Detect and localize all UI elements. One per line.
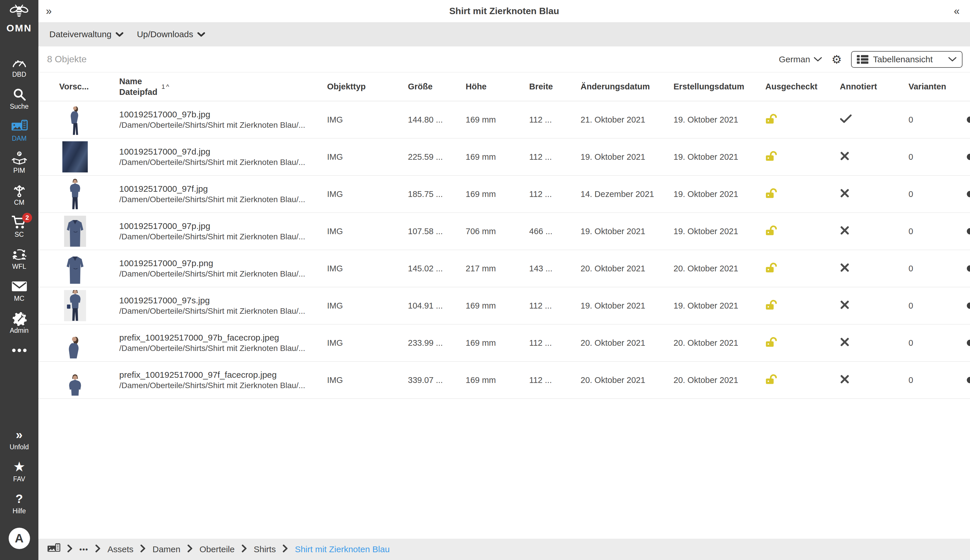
sidebar-item-suche[interactable]: Suche	[0, 83, 38, 115]
language-value: German	[779, 55, 810, 64]
asset-thumbnail[interactable]	[62, 141, 88, 172]
file-name: 100192517000_97p.png	[119, 258, 327, 269]
table-row[interactable]: prefix_100192517000_97f_facecrop.jpeg /D…	[38, 362, 970, 399]
asset-thumbnail[interactable]	[64, 216, 86, 247]
table-row[interactable]: 100192517000_97d.jpg /Damen/Oberteile/Sh…	[38, 138, 970, 176]
column-header-ausgecheckt[interactable]: Ausgecheckt	[765, 82, 840, 92]
sidebar-item-label: PIM	[13, 167, 25, 175]
breadcrumb-ellipsis[interactable]: •••	[79, 545, 89, 553]
asset-thumbnail[interactable]	[65, 178, 85, 210]
file-path: /Damen/Oberteile/Shirts/Shirt mit Zierkn…	[119, 232, 327, 242]
groesse-cell: 339.07 ...	[408, 375, 466, 385]
asset-name-cell[interactable]: 100192517000_97s.jpg /Damen/Oberteile/Sh…	[119, 295, 327, 316]
objekttyp-cell: IMG	[327, 227, 408, 236]
cross-icon	[840, 263, 850, 273]
asset-name-cell[interactable]: 100192517000_97d.jpg /Damen/Oberteile/Sh…	[119, 146, 327, 168]
unlock-icon[interactable]	[765, 150, 778, 162]
column-header-aenderungsdatum[interactable]: Änderungsdatum	[580, 82, 674, 92]
cross-icon	[840, 188, 850, 198]
sidebar-item-label: Hilfe	[12, 507, 26, 515]
view-mode-select[interactable]: Tabellenansicht	[851, 51, 962, 68]
column-header-objekttyp[interactable]: Objekttyp	[327, 82, 408, 92]
sidebar-item-mc[interactable]: MC	[0, 275, 38, 307]
cross-icon	[840, 225, 850, 235]
column-header-breite[interactable]: Breite	[529, 82, 580, 92]
unfold-icon: »	[16, 428, 22, 442]
settings-gear-icon[interactable]: ⚙	[831, 53, 842, 65]
table-row[interactable]: prefix_100192517000_97b_facecrop.jpeg /D…	[38, 324, 970, 362]
annotiert-cell	[840, 300, 908, 312]
breadcrumb-item[interactable]: Oberteile	[199, 545, 235, 554]
breadcrumb-item[interactable]: Assets	[107, 545, 133, 554]
breadcrumb-item[interactable]: Shirts	[254, 545, 276, 554]
asset-name-cell[interactable]: 100192517000_97p.jpg /Damen/Oberteile/Sh…	[119, 220, 327, 242]
unlock-icon[interactable]	[765, 262, 778, 273]
expand-panel-icon[interactable]: »	[46, 5, 52, 17]
asset-thumbnail[interactable]	[65, 365, 85, 396]
sidebar-item-fav[interactable]: ★ FAV	[0, 456, 38, 488]
asset-thumbnail[interactable]	[64, 253, 86, 284]
aenderungsdatum-cell: 20. Oktober 2021	[580, 264, 674, 273]
breadcrumb-item[interactable]: Damen	[152, 545, 181, 554]
column-header-preview[interactable]: Vorsc...	[47, 82, 119, 92]
asset-name-cell[interactable]: 100192517000_97b.jpg /Damen/Oberteile/Sh…	[119, 109, 327, 130]
asset-thumbnail[interactable]	[64, 290, 86, 321]
menu-item-label: Up/Downloads	[137, 29, 193, 39]
table-row[interactable]: 100192517000_97s.jpg /Damen/Oberteile/Sh…	[38, 287, 970, 324]
file-name: 100192517000_97s.jpg	[119, 295, 327, 306]
sidebar-item-cm[interactable]: CM	[0, 179, 38, 211]
collapse-panel-icon[interactable]: «	[954, 5, 960, 17]
table-row[interactable]: 100192517000_97f.jpg /Damen/Oberteile/Sh…	[38, 176, 970, 213]
file-name: 100192517000_97p.jpg	[119, 220, 327, 232]
column-header-varianten[interactable]: Varianten	[908, 82, 970, 92]
sidebar-item-hilfe[interactable]: ? Hilfe	[0, 488, 38, 520]
column-header-name[interactable]: Name Dateipfad 1^	[119, 76, 327, 97]
asset-name-cell[interactable]: 100192517000_97f.jpg /Damen/Oberteile/Sh…	[119, 183, 327, 205]
mc-icon	[11, 280, 27, 293]
sidebar-item-admin[interactable]: Admin	[0, 307, 38, 339]
language-select[interactable]: German	[779, 55, 822, 64]
sidebar-item-dbd[interactable]: DBD	[0, 51, 38, 83]
column-header-annotiert[interactable]: Annotiert	[840, 82, 908, 92]
table-row[interactable]: 100192517000_97p.png /Damen/Oberteile/Sh…	[38, 250, 970, 287]
sidebar-item-sc[interactable]: SC 2	[0, 211, 38, 243]
app-logo[interactable]: OMN	[6, 4, 32, 34]
erstellungsdatum-cell: 19. Oktober 2021	[674, 190, 765, 199]
asset-thumbnail[interactable]	[65, 327, 85, 358]
groesse-cell: 185.75 ...	[408, 190, 466, 199]
unlock-icon[interactable]	[765, 113, 778, 124]
asset-name-cell[interactable]: prefix_100192517000_97b_facecrop.jpeg /D…	[119, 332, 327, 353]
menu-item-0[interactable]: Dateiverwaltung	[49, 29, 124, 39]
sidebar-item-unfold[interactable]: » Unfold	[0, 423, 38, 456]
breite-cell: 112 ...	[529, 115, 580, 125]
sidebar-item-more[interactable]	[0, 339, 38, 362]
sidebar-item-pim[interactable]: P PIM	[0, 147, 38, 179]
unlock-icon[interactable]	[765, 337, 778, 347]
breadcrumb-chevron-icon	[140, 545, 146, 555]
unlock-icon[interactable]	[765, 374, 778, 385]
dam-folder-icon[interactable]	[47, 543, 60, 556]
svg-text:P: P	[18, 152, 20, 156]
asset-name-cell[interactable]: prefix_100192517000_97f_facecrop.jpeg /D…	[119, 369, 327, 391]
unlock-icon[interactable]	[765, 188, 778, 199]
hoehe-cell: 169 mm	[466, 190, 529, 199]
menu-item-1[interactable]: Up/Downloads	[137, 29, 205, 39]
table-row[interactable]: 100192517000_97p.jpg /Damen/Oberteile/Sh…	[38, 213, 970, 250]
objekttyp-cell: IMG	[327, 115, 408, 125]
table-row[interactable]: 100192517000_97b.jpg /Damen/Oberteile/Sh…	[38, 101, 970, 138]
column-header-hoehe[interactable]: Höhe	[466, 82, 529, 92]
titlebar: » Shirt mit Zierknoten Blau «	[38, 0, 970, 22]
breadcrumb-chevron-icon	[67, 545, 72, 555]
erstellungsdatum-cell: 19. Oktober 2021	[674, 301, 765, 310]
column-header-erstellungsdatum[interactable]: Erstellungsdatum	[674, 82, 765, 92]
sidebar-item-wfl[interactable]: WFL	[0, 243, 38, 275]
unlock-icon[interactable]	[765, 225, 778, 236]
sidebar-item-dam[interactable]: DAM	[0, 115, 38, 147]
unlock-icon[interactable]	[765, 299, 778, 310]
chevron-down-icon	[197, 29, 205, 39]
asset-name-cell[interactable]: 100192517000_97p.png /Damen/Oberteile/Sh…	[119, 258, 327, 279]
column-header-groesse[interactable]: Größe	[408, 82, 466, 92]
asset-thumbnail[interactable]	[65, 104, 85, 135]
breadcrumb-current[interactable]: Shirt mit Zierknoten Blau	[295, 545, 390, 554]
user-avatar[interactable]: A	[8, 528, 30, 549]
